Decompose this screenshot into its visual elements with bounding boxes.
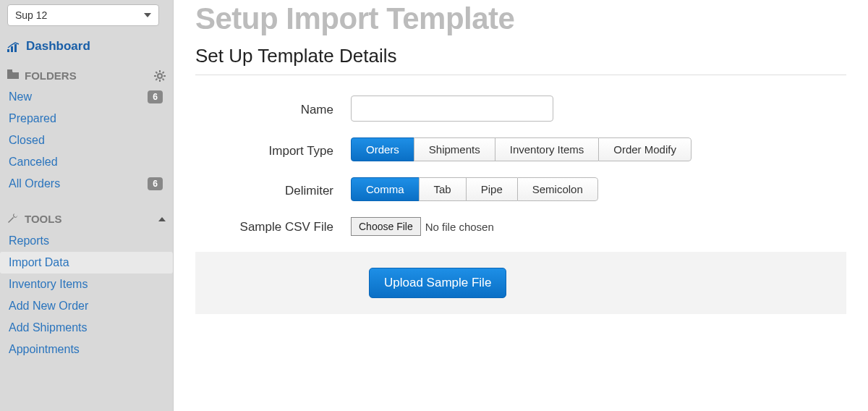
chevron-down-icon [144, 13, 151, 17]
tool-item-label: Appointments [9, 343, 80, 356]
wrench-icon [7, 212, 19, 226]
folder-icon [7, 69, 19, 82]
import-type-option-order-modify[interactable]: Order Modify [598, 137, 692, 161]
folder-item-label: New [9, 90, 32, 103]
tool-item-label: Reports [9, 234, 49, 247]
dashboard-icon [7, 41, 20, 51]
label-delimiter: Delimiter [195, 181, 351, 198]
dashboard-label: Dashboard [26, 39, 90, 54]
delimiter-option-semicolon[interactable]: Semicolon [517, 177, 598, 201]
svg-rect-0 [7, 49, 9, 52]
delimiter-option-tab[interactable]: Tab [419, 177, 466, 201]
svg-line-11 [156, 78, 157, 80]
import-type-group: OrdersShipmentsInventory ItemsOrder Modi… [351, 137, 692, 161]
tools-list: ReportsImport DataInventory ItemsAdd New… [7, 230, 166, 360]
sidebar: Sup 12 Dashboard FOLDERS [0, 0, 174, 411]
delimiter-option-pipe[interactable]: Pipe [466, 177, 517, 201]
tool-item-import-data[interactable]: Import Data [0, 252, 173, 274]
tool-item-inventory-items[interactable]: Inventory Items [7, 274, 166, 295]
tool-item-label: Add New Order [9, 300, 88, 313]
count-badge: 6 [148, 90, 163, 103]
svg-rect-1 [11, 46, 13, 52]
svg-line-9 [156, 72, 157, 73]
folder-item-new[interactable]: New6 [7, 86, 166, 108]
folders-section-header: FOLDERS [7, 69, 166, 82]
tool-item-label: Add Shipments [9, 321, 88, 334]
org-select-value: Sup 12 [15, 9, 47, 21]
folder-item-canceled[interactable]: Canceled [7, 151, 166, 173]
folder-item-prepared[interactable]: Prepared [7, 108, 166, 130]
folder-item-closed[interactable]: Closed [7, 130, 166, 151]
choose-file-button[interactable]: Choose File [351, 217, 421, 236]
gear-icon[interactable] [154, 70, 166, 82]
dashboard-link[interactable]: Dashboard [7, 39, 166, 54]
tool-item-add-new-order[interactable]: Add New Order [7, 295, 166, 317]
svg-point-4 [158, 74, 162, 78]
tool-item-label: Import Data [9, 256, 69, 269]
upload-sample-file-button[interactable]: Upload Sample File [369, 268, 506, 298]
label-sample-file: Sample CSV File [195, 217, 351, 234]
svg-rect-3 [7, 69, 12, 72]
upload-panel: Upload Sample File [195, 252, 846, 314]
svg-line-12 [163, 72, 164, 73]
label-name: Name [195, 100, 351, 117]
caret-up-icon [158, 217, 166, 221]
row-sample-file: Sample CSV File Choose File No file chos… [195, 217, 846, 236]
page-title: Setup Import Template [195, 1, 846, 36]
folder-item-label: All Orders [9, 177, 60, 190]
count-badge: 6 [148, 177, 163, 190]
folders-header-label: FOLDERS [25, 69, 77, 82]
tool-item-appointments[interactable]: Appointments [7, 339, 166, 360]
file-status: No file chosen [425, 221, 494, 233]
row-import-type: Import Type OrdersShipmentsInventory Ite… [195, 137, 846, 161]
name-input[interactable] [351, 96, 553, 122]
folder-item-label: Closed [9, 134, 45, 147]
svg-line-10 [163, 78, 164, 80]
folder-item-label: Canceled [9, 156, 58, 169]
tool-item-reports[interactable]: Reports [7, 230, 166, 252]
folders-list: New6PreparedClosedCanceledAll Orders6 [7, 86, 166, 195]
folder-item-all-orders[interactable]: All Orders6 [7, 173, 166, 195]
main-content: Setup Import Template Set Up Template De… [174, 0, 868, 411]
row-name: Name [195, 96, 846, 122]
org-select[interactable]: Sup 12 [7, 4, 159, 26]
tool-item-add-shipments[interactable]: Add Shipments [7, 317, 166, 339]
delimiter-option-comma[interactable]: Comma [351, 177, 419, 201]
section-title: Set Up Template Details [195, 45, 846, 67]
import-type-option-orders[interactable]: Orders [351, 137, 414, 161]
import-type-option-shipments[interactable]: Shipments [414, 137, 495, 161]
delimiter-group: CommaTabPipeSemicolon [351, 177, 598, 201]
row-delimiter: Delimiter CommaTabPipeSemicolon [195, 177, 846, 201]
divider [195, 75, 846, 75]
folder-item-label: Prepared [9, 112, 56, 125]
import-type-option-inventory-items[interactable]: Inventory Items [495, 137, 599, 161]
tools-header-label: TOOLS [25, 213, 61, 225]
tool-item-label: Inventory Items [9, 278, 88, 291]
svg-rect-2 [14, 44, 17, 52]
tools-section-header[interactable]: TOOLS [7, 212, 166, 226]
label-import-type: Import Type [195, 141, 351, 158]
